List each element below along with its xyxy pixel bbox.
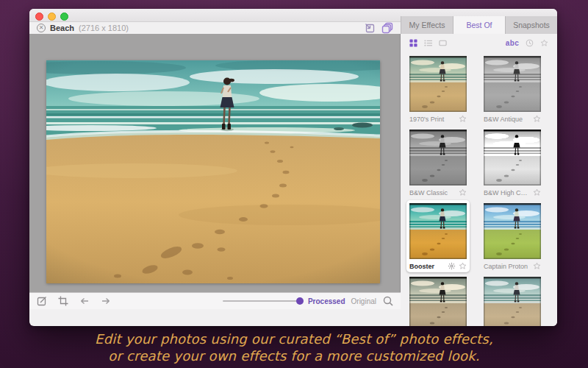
undo-arrow-icon[interactable] xyxy=(79,295,90,307)
effect-thumbnail[interactable] xyxy=(409,203,467,259)
traffic-lights xyxy=(35,13,68,21)
effect-card[interactable]: Captain Proton xyxy=(481,200,544,272)
tab-my-effects[interactable]: My Effects xyxy=(401,16,453,34)
effect-name: B&W Antique xyxy=(484,116,530,123)
effects-panel: abc 1970's Print xyxy=(401,34,557,326)
window-header: ✕ Beach (2716 x 1810) My Effects Best Of… xyxy=(29,9,557,34)
panel-tabs: My Effects Best Of Snapshots xyxy=(401,16,557,34)
preview-slider[interactable] xyxy=(223,297,302,305)
beach-photo-art xyxy=(46,60,380,283)
effect-favorite-star-icon[interactable] xyxy=(459,262,467,270)
editor-toolbar: Processed Original xyxy=(29,292,401,309)
effect-thumbnail[interactable] xyxy=(409,130,467,185)
grid-view-icon[interactable] xyxy=(409,39,417,47)
effect-name: B&W High Contrast xyxy=(484,189,530,197)
effects-panel-toolbar: abc xyxy=(401,34,557,52)
zoom-loupe-icon[interactable] xyxy=(382,295,394,307)
document-close-icon[interactable]: ✕ xyxy=(37,24,46,32)
effect-favorite-star-icon[interactable] xyxy=(533,262,541,270)
slider-track xyxy=(223,300,302,302)
minimize-window-button[interactable] xyxy=(48,13,56,21)
effect-favorite-star-icon[interactable] xyxy=(533,188,541,197)
tab-snapshots[interactable]: Snapshots xyxy=(505,16,557,34)
effects-grid: 1970's Print B&W Antique xyxy=(401,52,557,326)
effect-card[interactable]: B&W Classic xyxy=(406,127,470,199)
effect-name: B&W Classic xyxy=(409,189,456,197)
document-bar: ✕ Beach (2716 x 1810) xyxy=(29,21,401,34)
effect-name: 1970's Print xyxy=(409,116,456,123)
crop-icon[interactable] xyxy=(57,295,69,307)
effect-thumbnail[interactable] xyxy=(409,56,467,112)
effect-card[interactable]: Booster xyxy=(406,200,470,272)
effect-favorite-star-icon[interactable] xyxy=(459,188,467,197)
effect-thumbnail[interactable] xyxy=(409,277,467,326)
tab-best-of[interactable]: Best Of xyxy=(453,16,505,34)
effect-name: Captain Proton xyxy=(484,263,530,270)
document-dimensions: (2716 x 1810) xyxy=(79,24,129,32)
effect-thumbnail[interactable] xyxy=(484,277,541,326)
effect-favorite-star-icon[interactable] xyxy=(533,115,541,123)
effect-card[interactable] xyxy=(406,274,470,326)
beach-photo xyxy=(46,60,380,283)
close-window-button[interactable] xyxy=(35,13,43,21)
effect-name: Booster xyxy=(409,263,445,270)
effect-card[interactable]: B&W High Contrast xyxy=(481,127,544,199)
compact-view-icon[interactable] xyxy=(439,39,447,47)
effect-thumbnail[interactable] xyxy=(484,130,541,185)
redo-arrow-icon[interactable] xyxy=(100,295,112,307)
marketing-caption: Edit your photos using our curated “Best… xyxy=(0,330,588,364)
effect-settings-gear-icon[interactable] xyxy=(448,262,456,270)
effect-favorite-star-icon[interactable] xyxy=(459,115,467,123)
sort-alpha-label[interactable]: abc xyxy=(506,39,519,47)
caption-line-1: Edit your photos using our curated “Best… xyxy=(0,330,588,347)
original-label: Original xyxy=(351,297,376,305)
editor-canvas: Processed Original xyxy=(29,34,401,309)
edit-icon[interactable] xyxy=(36,295,48,307)
app-window: ✕ Beach (2716 x 1810) My Effects Best Of… xyxy=(29,9,557,326)
effect-card[interactable]: 1970's Print xyxy=(406,53,470,125)
slider-knob[interactable] xyxy=(296,297,304,305)
effect-thumbnail[interactable] xyxy=(484,56,541,112)
zoom-window-button[interactable] xyxy=(60,13,68,21)
favorites-star-icon[interactable] xyxy=(540,39,548,47)
recents-clock-icon[interactable] xyxy=(526,39,534,47)
caption-line-2: or create your own effects for a more cu… xyxy=(0,347,588,364)
effect-card[interactable]: B&W Antique xyxy=(481,53,544,125)
list-view-icon[interactable] xyxy=(424,39,432,47)
export-icon[interactable] xyxy=(364,22,376,34)
document-title: Beach xyxy=(50,24,74,32)
processed-label: Processed xyxy=(308,297,345,305)
effect-thumbnail[interactable] xyxy=(484,203,541,259)
duplicate-icon[interactable] xyxy=(381,22,393,34)
effect-card[interactable] xyxy=(481,274,544,326)
